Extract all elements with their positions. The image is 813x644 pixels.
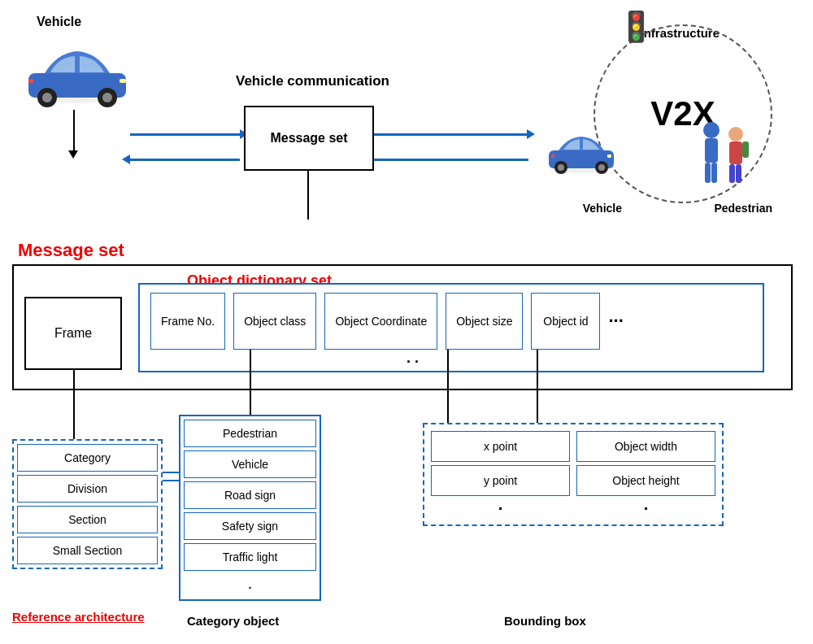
svg-point-11 xyxy=(558,164,564,171)
connector-h-ref-cat xyxy=(163,472,180,473)
diagram: Vehicle communication Vehicle Frame xyxy=(0,0,813,644)
bounding-height: Object height xyxy=(576,465,715,496)
arrowhead-from-right-left xyxy=(122,154,130,164)
svg-point-5 xyxy=(102,93,112,102)
arrowhead-from-message-right xyxy=(527,129,535,139)
pedestrian-label: Pedestrian xyxy=(714,202,772,215)
vehicle-left-icon xyxy=(16,37,138,110)
svg-rect-14 xyxy=(607,154,611,158)
ref-arch-label: Reference architecture xyxy=(12,610,145,624)
svg-rect-6 xyxy=(120,79,126,83)
data-item-object-class: Object class xyxy=(233,293,316,350)
dots-mid: ··· xyxy=(608,311,623,332)
vehicle-right-icon xyxy=(541,126,622,175)
traffic-light-icon: 🚦 xyxy=(618,10,654,44)
cat-vehicle: Vehicle xyxy=(184,450,316,478)
data-item-object-id: Object id xyxy=(531,293,600,350)
frame-label: Frame xyxy=(54,326,92,341)
cat-road-sign: Road sign xyxy=(184,481,316,509)
connector-h-ref-cat2 xyxy=(163,480,180,481)
data-item-frame-no: Frame No. xyxy=(150,293,225,350)
message-set-box-label: Message set xyxy=(270,131,347,146)
svg-rect-19 xyxy=(711,163,717,183)
frame-box: Frame xyxy=(24,297,122,370)
svg-point-3 xyxy=(42,93,52,102)
vehicle-right-label: Vehicle xyxy=(583,202,622,215)
connector-size-down xyxy=(537,350,538,423)
connector-obj-class-down xyxy=(250,350,251,415)
cat-dots: · xyxy=(180,574,320,599)
inner-dots: · · xyxy=(406,354,419,371)
bounding-left-col: x point y point · xyxy=(431,431,570,518)
ref-arch-item-division: Division xyxy=(17,475,158,503)
bounding-left-dots: · xyxy=(431,499,570,518)
data-item-object-coord: Object Coordinate xyxy=(324,293,437,350)
bounding-x-point: x point xyxy=(431,431,570,462)
ref-arch-item-section: Section xyxy=(17,506,158,533)
svg-rect-15 xyxy=(551,154,554,158)
bounding-label: Bounding box xyxy=(504,614,586,628)
data-items-row: Frame No. Object class Object Coordinate… xyxy=(150,293,624,350)
arrow-down-message xyxy=(307,171,309,220)
arrow-ext-left xyxy=(130,159,240,161)
svg-rect-17 xyxy=(705,138,718,163)
data-item-object-size: Object size xyxy=(446,293,523,350)
ref-arch-item-small-section: Small Section xyxy=(17,537,158,564)
category-obj-label: Category object xyxy=(187,614,279,628)
connector-coord-down xyxy=(447,350,449,423)
arrow-down-vehicle xyxy=(73,110,75,150)
vehicle-comm-label: Vehicle communication xyxy=(236,73,389,89)
vehicle-left-label: Vehicle xyxy=(37,15,81,29)
svg-point-20 xyxy=(728,127,743,141)
svg-point-13 xyxy=(598,164,605,171)
ref-arch-box: Category Division Section Small Section xyxy=(12,439,163,569)
category-obj-box: Pedestrian Vehicle Road sign Safety sign… xyxy=(179,415,321,601)
cat-traffic-light: Traffic light xyxy=(184,543,316,571)
svg-rect-7 xyxy=(28,79,33,83)
ref-arch-item-category: Category xyxy=(17,444,158,472)
svg-rect-21 xyxy=(729,141,742,164)
bounding-y-point: y point xyxy=(431,465,570,496)
arrow-to-message xyxy=(130,133,240,136)
svg-rect-18 xyxy=(705,163,711,183)
arrow-from-right-left xyxy=(374,159,528,161)
bounding-width: Object width xyxy=(576,431,715,462)
svg-rect-23 xyxy=(736,164,741,183)
message-set-box: Message set xyxy=(244,106,374,171)
svg-rect-22 xyxy=(729,164,735,183)
cat-pedestrian: Pedestrian xyxy=(184,420,316,447)
connector-frame-down xyxy=(73,370,75,439)
bounding-outer: x point y point · Object width Object he… xyxy=(423,423,724,526)
arrowhead-down-vehicle xyxy=(68,150,78,159)
cat-safety-sign: Safety sign xyxy=(184,512,316,540)
svg-rect-24 xyxy=(742,141,749,158)
svg-point-16 xyxy=(703,122,720,138)
bounding-right-dots: · xyxy=(576,499,715,518)
bounding-right-col: Object width Object height · xyxy=(576,431,715,518)
pedestrian-icon xyxy=(687,114,760,195)
message-set-red-label: Message set xyxy=(18,240,124,261)
arrow-from-message-right xyxy=(374,133,528,136)
